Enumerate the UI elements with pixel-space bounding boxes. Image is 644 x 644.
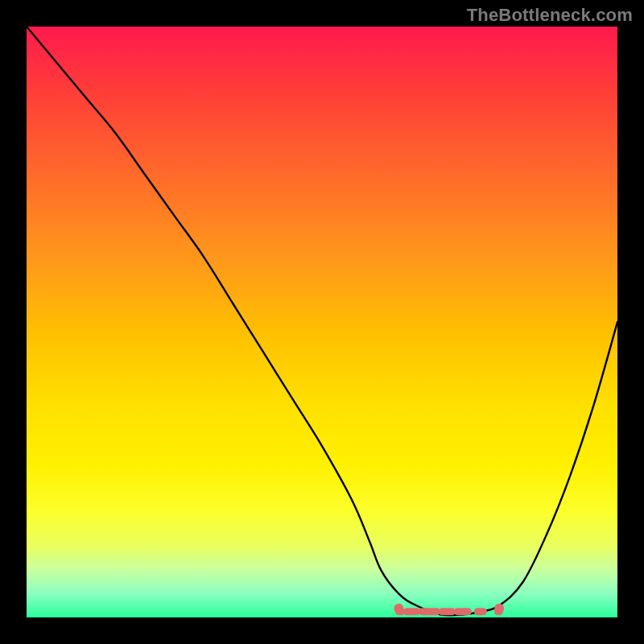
watermark-label: TheBottleneck.com xyxy=(467,5,633,26)
flat-zone-dot-left xyxy=(394,604,403,613)
curve-path xyxy=(27,27,617,615)
bottleneck-curve xyxy=(27,27,617,617)
chart-frame: TheBottleneck.com xyxy=(0,0,644,644)
flat-zone-dot-right xyxy=(494,604,504,613)
chart-plot-area xyxy=(27,27,617,617)
